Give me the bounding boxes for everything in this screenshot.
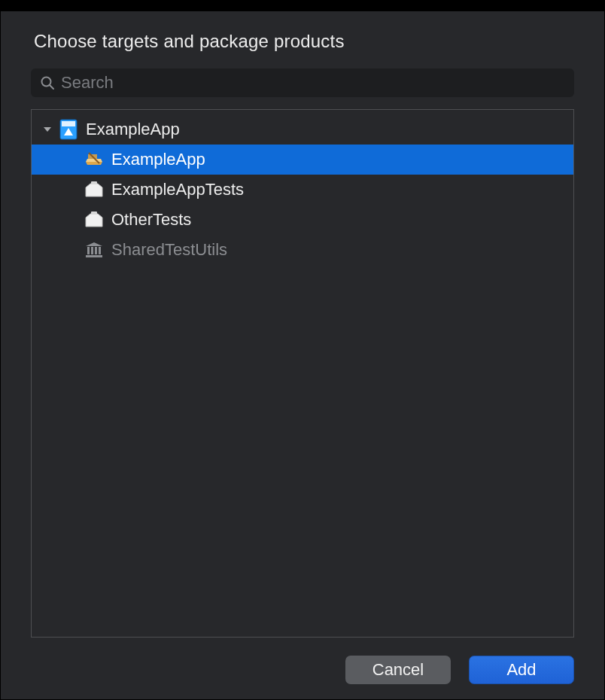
- svg-rect-9: [91, 212, 97, 215]
- target-row[interactable]: ExampleApp: [32, 145, 573, 175]
- svg-rect-8: [91, 181, 97, 184]
- project-row[interactable]: ExampleApp: [32, 114, 573, 145]
- cancel-button[interactable]: Cancel: [345, 656, 451, 684]
- svg-rect-14: [99, 247, 101, 254]
- add-button[interactable]: Add: [469, 656, 574, 684]
- dialog-button-bar: Cancel Add: [31, 638, 574, 684]
- svg-rect-12: [91, 247, 93, 254]
- target-row[interactable]: OtherTests: [32, 205, 573, 235]
- target-row[interactable]: SharedTestUtils: [32, 235, 573, 265]
- disclosure-triangle-icon[interactable]: [41, 125, 54, 134]
- target-name: ExampleApp: [111, 150, 205, 169]
- svg-rect-11: [87, 247, 90, 254]
- target-chooser-dialog: Choose targets and package products Exam…: [0, 11, 605, 700]
- target-name: ExampleAppTests: [111, 180, 244, 199]
- search-input[interactable]: [61, 73, 565, 93]
- svg-point-0: [42, 78, 51, 87]
- window-titlebar: [0, 0, 605, 11]
- project-name: ExampleApp: [86, 120, 180, 139]
- svg-rect-15: [86, 255, 102, 257]
- xcode-project-icon: [57, 119, 80, 140]
- library-icon: [83, 242, 105, 258]
- svg-rect-13: [95, 247, 97, 254]
- dialog-title: Choose targets and package products: [31, 11, 574, 68]
- svg-marker-5: [86, 162, 102, 165]
- targets-tree[interactable]: ExampleApp ExampleApp ExampleAppTests Ot…: [31, 109, 574, 638]
- test-bundle-icon: [83, 212, 105, 228]
- svg-line-1: [50, 86, 54, 90]
- app-target-icon: [83, 151, 105, 168]
- svg-rect-3: [62, 121, 75, 126]
- search-icon: [40, 75, 55, 90]
- target-name: SharedTestUtils: [111, 240, 227, 260]
- target-row[interactable]: ExampleAppTests: [32, 175, 573, 205]
- svg-marker-6: [86, 159, 102, 162]
- test-bundle-icon: [83, 181, 105, 198]
- svg-marker-10: [86, 242, 102, 246]
- target-name: OtherTests: [111, 210, 191, 230]
- search-field[interactable]: [31, 68, 574, 97]
